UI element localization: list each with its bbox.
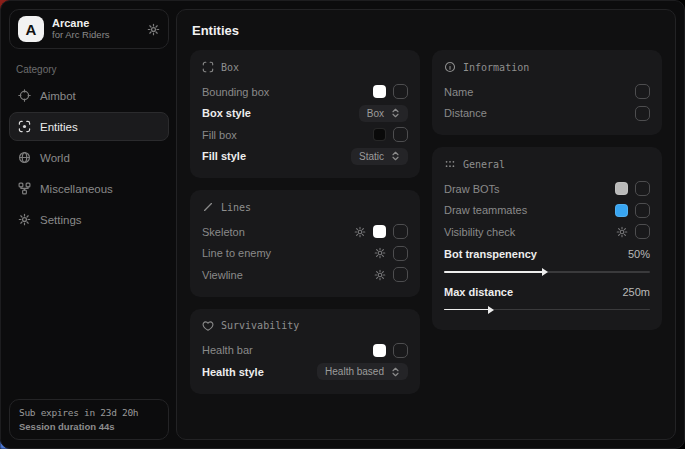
chevron-up-down-icon: [391, 108, 400, 118]
network-icon: [18, 182, 31, 195]
max-distance-value: 250m: [622, 286, 650, 298]
sidebar-item-miscellaneous[interactable]: Miscellaneous: [9, 174, 169, 203]
card-title: Survivability: [221, 320, 299, 331]
fill-style-dropdown[interactable]: Static: [351, 148, 408, 165]
setting-row-skeleton: Skeleton: [202, 221, 408, 243]
crosshair-icon: [18, 89, 31, 102]
setting-row-fill-box: Fill box: [202, 124, 408, 146]
setting-row-line-to-enemy: Line to enemy: [202, 243, 408, 265]
setting-row-draw-bots: Draw BOTs: [444, 178, 650, 200]
subscription-status-card: Sub expires in 23d 20h Session duration …: [9, 399, 169, 440]
sidebar-item-settings[interactable]: Settings: [9, 205, 169, 234]
survivability-card: Survivability Health bar Health style He…: [190, 309, 420, 394]
health-bar-checkbox[interactable]: [393, 343, 408, 358]
fill-box-checkbox[interactable]: [393, 127, 408, 142]
page-title: Entities: [192, 23, 662, 38]
gear-icon[interactable]: [616, 226, 628, 238]
card-title: Box: [221, 62, 239, 73]
bot-transparency-value: 50%: [628, 248, 650, 260]
heart-icon: [202, 320, 214, 332]
draw-bots-checkbox[interactable]: [635, 181, 650, 196]
information-card: Information Name Distance: [432, 50, 662, 135]
chevron-up-down-icon: [391, 367, 400, 377]
sidebar: A Arcane for Arc Riders Category: [9, 9, 169, 440]
info-icon: [444, 61, 456, 73]
box-style-dropdown[interactable]: Box: [359, 105, 408, 122]
setting-row-health-bar: Health bar: [202, 340, 408, 362]
sidebar-item-entities[interactable]: Entities: [9, 112, 169, 141]
box-brackets-icon: [202, 61, 214, 73]
gear-icon[interactable]: [147, 23, 160, 36]
skeleton-checkbox[interactable]: [393, 224, 408, 239]
setting-row-draw-teammates: Draw teammates: [444, 200, 650, 222]
sidebar-item-label: Miscellaneous: [40, 183, 113, 195]
color-swatch[interactable]: [615, 204, 628, 217]
setting-row-visibility-check: Visibility check: [444, 221, 650, 243]
chevron-up-down-icon: [391, 151, 400, 161]
card-title: General: [463, 159, 505, 170]
color-swatch[interactable]: [373, 128, 386, 141]
bot-transparency-group: Bot transpenency 50%: [444, 244, 650, 277]
app-title: Arcane: [52, 17, 139, 30]
app-window: A Arcane for Arc Riders Category: [0, 0, 685, 449]
setting-row-health-style: Health style Health based: [202, 361, 408, 383]
gear-icon[interactable]: [354, 226, 366, 238]
color-swatch[interactable]: [615, 182, 628, 195]
max-distance-slider[interactable]: [444, 305, 650, 314]
color-swatch[interactable]: [373, 344, 386, 357]
viewline-checkbox[interactable]: [393, 267, 408, 282]
scan-eye-icon: [18, 120, 31, 133]
color-swatch[interactable]: [373, 85, 386, 98]
gear-icon[interactable]: [374, 269, 386, 281]
sidebar-item-label: Aimbot: [40, 90, 76, 102]
slider-thumb[interactable]: [542, 268, 548, 276]
setting-row-distance: Distance: [444, 103, 650, 125]
setting-row-bounding-box: Bounding box: [202, 81, 408, 103]
general-card: General Draw BOTs Draw teammates: [432, 147, 662, 330]
sub-expiry-text: Sub expires in 23d 20h: [19, 407, 159, 418]
sidebar-item-label: Settings: [40, 214, 82, 226]
name-checkbox[interactable]: [635, 84, 650, 99]
app-subtitle: for Arc Riders: [52, 30, 139, 41]
sidebar-item-label: Entities: [40, 121, 78, 133]
line-to-enemy-checkbox[interactable]: [393, 246, 408, 261]
app-logo: A: [18, 16, 44, 42]
setting-row-box-style: Box style Box: [202, 103, 408, 125]
grid-dots-icon: [444, 158, 456, 170]
color-swatch[interactable]: [373, 225, 386, 238]
main-panel: Entities Box Bounding box: [176, 9, 676, 440]
setting-row-fill-style: Fill style Static: [202, 146, 408, 168]
draw-teammates-checkbox[interactable]: [635, 203, 650, 218]
max-distance-group: Max distance 250m: [444, 281, 650, 314]
card-title: Lines: [221, 202, 251, 213]
card-title: Information: [463, 62, 529, 73]
bounding-box-checkbox[interactable]: [393, 84, 408, 99]
box-card: Box Bounding box Box style Box: [190, 50, 420, 178]
diagonal-line-icon: [202, 201, 214, 213]
visibility-check-checkbox[interactable]: [635, 224, 650, 239]
category-label: Category: [16, 64, 169, 75]
sidebar-nav: Aimbot Entities World: [9, 81, 169, 234]
brand-card: A Arcane for Arc Riders: [9, 9, 169, 49]
setting-row-name: Name: [444, 81, 650, 103]
bot-transparency-slider[interactable]: [444, 267, 650, 276]
sidebar-item-world[interactable]: World: [9, 143, 169, 172]
lines-card: Lines Skeleton: [190, 190, 420, 297]
gear-icon: [18, 213, 31, 226]
slider-thumb[interactable]: [488, 306, 494, 314]
setting-row-viewline: Viewline: [202, 264, 408, 286]
sidebar-item-label: World: [40, 152, 70, 164]
health-style-dropdown[interactable]: Health based: [317, 363, 408, 380]
session-duration-text: Session duration 44s: [19, 421, 159, 432]
distance-checkbox[interactable]: [635, 106, 650, 121]
globe-icon: [18, 151, 31, 164]
gear-icon[interactable]: [374, 247, 386, 259]
sidebar-item-aimbot[interactable]: Aimbot: [9, 81, 169, 110]
